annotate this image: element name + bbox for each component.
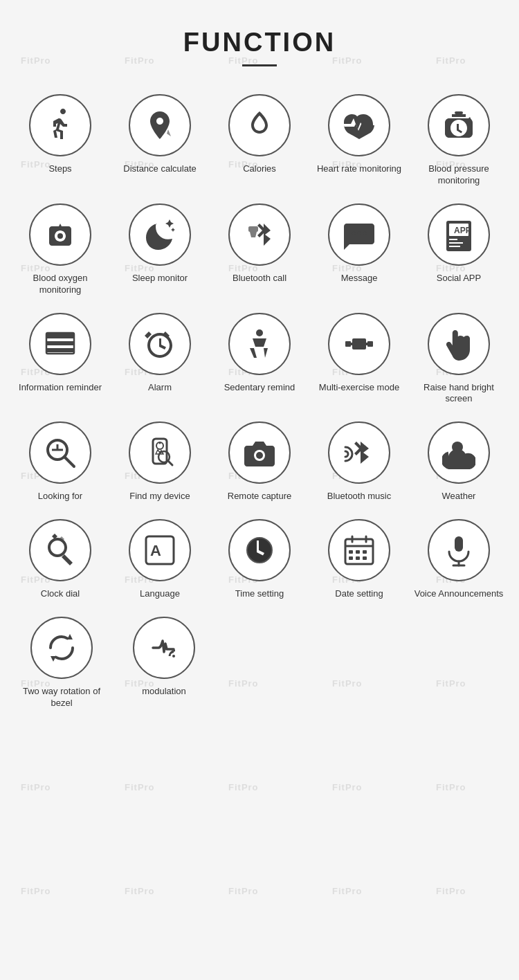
svg-point-2 [352,231,356,235]
svg-point-4 [363,231,367,235]
svg-rect-8 [449,239,457,240]
function-item-sedentary: Sedentary remind [213,313,306,406]
item-label-sleep: Sleep monitor [132,273,188,284]
item-label-time-setting: Time setting [235,588,284,600]
function-item-clock-dial: Clock dial [14,519,107,600]
function-item-find-device: Find my device [113,421,206,502]
icon-circle-blood-oxygen [29,203,91,266]
icon-circle-sleep [129,203,191,266]
item-label-language: Language [140,588,180,600]
svg-rect-14 [367,341,373,347]
icon-circle-modulation [133,617,195,679]
svg-rect-40 [349,556,353,560]
icon-circle-voice [428,519,490,581]
icon-circle-weather [428,421,490,484]
function-item-multi-exercise: Multi-exercise mode [313,313,406,406]
item-label-calories: Calories [243,163,276,175]
svg-line-28 [168,461,172,465]
page-title: FUNCTION [14,28,505,57]
item-label-date-setting: Date setting [335,588,383,600]
item-label-two-way-rotation: Two way rotation of bezel [14,686,109,709]
svg-rect-41 [356,556,360,560]
icon-circle-blood-pressure [428,94,490,156]
icon-circle-multi-exercise [328,313,390,375]
item-label-info-reminder: Information reminder [19,382,102,394]
function-row-0: StepsDistance calculateCaloriesHeart rat… [14,94,505,187]
function-item-heart-rate: Heart rate monitoring [313,94,406,187]
function-item-remote-capture: Remote capture [213,421,306,502]
svg-point-1 [57,233,63,239]
function-item-looking-for: Looking for [14,421,107,502]
page-content: FUNCTION StepsDistance calculateCalories… [0,0,519,765]
icon-circle-clock-dial [29,519,91,581]
svg-rect-37 [349,550,353,554]
svg-text:APP: APP [454,226,471,235]
svg-point-46 [172,655,175,657]
svg-rect-39 [363,550,367,554]
svg-rect-38 [356,550,360,554]
function-item-date-setting: Date setting [313,519,406,600]
icon-circle-date-setting [328,519,390,581]
icon-circle-looking-for [29,421,91,484]
item-label-alarm: Alarm [148,382,172,394]
svg-rect-0 [455,111,463,114]
function-item-calories: Calories [213,94,306,187]
item-label-raise-hand: Raise hand bright screen [412,382,505,406]
icon-circle-steps [29,94,91,156]
function-row-4: Clock dialALanguageTime settingDate sett… [14,519,505,600]
function-item-info-reminder: Information reminder [14,313,107,406]
icon-circle-alarm [129,313,191,375]
item-label-steps: Steps [48,163,71,175]
icon-circle-social-app: APP [428,203,490,266]
function-row-3: Looking forFind my deviceRemote captureB… [14,421,505,502]
function-row-2: Information reminderAlarmSedentary remin… [14,313,505,406]
function-grid: StepsDistance calculateCaloriesHeart rat… [14,94,505,617]
svg-rect-18 [351,343,354,345]
item-label-distance: Distance calculate [123,163,197,175]
icon-circle-bluetooth-call [228,203,291,266]
item-label-message: Message [341,273,378,284]
svg-rect-19 [365,343,367,345]
item-label-multi-exercise: Multi-exercise mode [319,382,399,394]
function-item-sleep: Sleep monitor [113,203,206,296]
item-label-looking-for: Looking for [38,491,82,502]
function-item-raise-hand: Raise hand bright screen [412,313,505,406]
function-item-two-way-rotation: Two way rotation of bezel [14,617,109,709]
item-label-blood-pressure: Blood pressure monitoring [412,163,505,187]
icon-circle-info-reminder [29,313,91,375]
svg-line-21 [64,457,74,466]
function-item-bluetooth-call: Bluetooth call [213,203,306,296]
item-label-find-device: Find my device [129,491,190,502]
function-item-message: Message [313,203,406,296]
function-item-time-setting: Time setting [213,519,306,600]
function-item-blood-oxygen: Blood oxygen monitoring [14,203,107,296]
item-label-modulation: modulation [142,686,186,698]
item-label-sedentary: Sedentary remind [224,382,295,394]
item-label-blood-oxygen: Blood oxygen monitoring [14,273,107,296]
svg-point-30 [256,452,263,459]
icon-circle-raise-hand [428,313,490,375]
svg-point-12 [256,329,263,336]
item-label-heart-rate: Heart rate monitoring [317,163,401,175]
icon-circle-bluetooth-music [328,421,390,484]
function-item-steps: Steps [14,94,107,187]
item-label-voice: Voice Announcements [415,588,504,600]
function-item-modulation: modulation [116,617,212,709]
function-item-bluetooth-music: Bluetooth music [313,421,406,502]
function-item-distance: Distance calculate [113,94,206,187]
function-item-social-app: APPSocial APP [412,203,505,296]
svg-rect-10 [449,246,460,247]
last-row-grid: Two way rotation of bezelmodulation [14,617,505,709]
icon-circle-message [328,203,390,266]
svg-rect-9 [449,242,463,244]
function-item-language: ALanguage [113,519,206,600]
function-item-weather: Weather [412,421,505,502]
icon-circle-language: A [129,519,191,581]
icon-circle-find-device [129,421,191,484]
icon-circle-sedentary [228,313,291,375]
item-label-clock-dial: Clock dial [41,588,80,600]
svg-text:A: A [150,542,161,559]
item-label-weather: Weather [442,491,476,502]
item-label-bluetooth-call: Bluetooth call [233,273,286,284]
function-item-blood-pressure: Blood pressure monitoring [412,94,505,187]
